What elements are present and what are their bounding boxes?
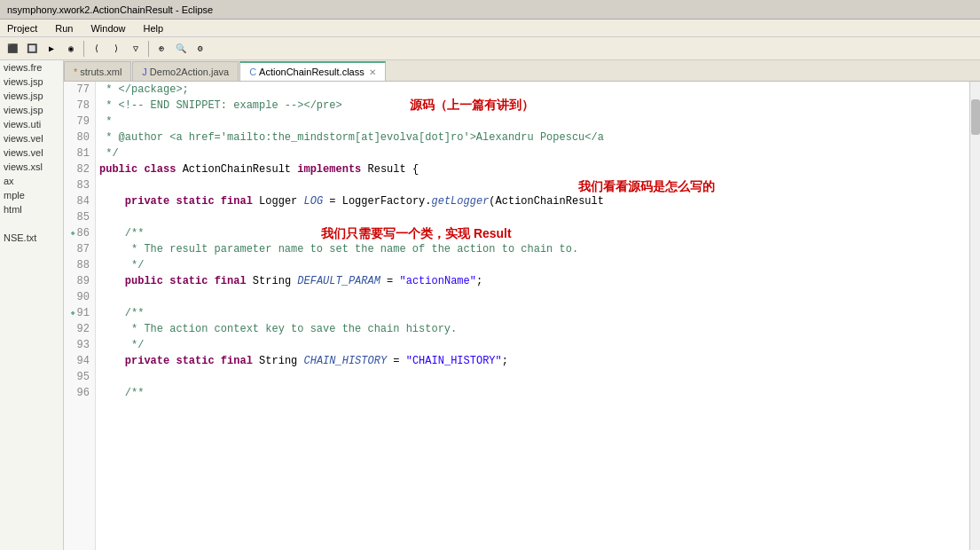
code-line-94: private static final String CHAIN_HISTOR… — [99, 353, 969, 369]
code-line-89: public static final String DEFAULT_PARAM… — [99, 273, 969, 289]
editor-area: * struts.xml J Demo2Action.java C Action… — [64, 60, 980, 550]
line-numbers: 77 78 79 80 81 82 83 84 85 86 87 88 89 9… — [64, 82, 96, 550]
main-layout: views.fre views.jsp views.jsp views.jsp … — [0, 60, 980, 550]
code-line-92: * The action context key to save the cha… — [99, 321, 969, 337]
line-num-92: 92 — [64, 321, 95, 337]
sidebar-item-html[interactable]: html — [0, 202, 63, 216]
tab-bar: * struts.xml J Demo2Action.java C Action… — [64, 60, 980, 82]
menu-bar: Project Run Window Help — [0, 20, 980, 37]
sidebar-item-nse-txt[interactable]: NSE.txt — [0, 231, 63, 245]
sidebar-item-ax[interactable]: ax — [0, 174, 63, 188]
line-num-78: 78 — [64, 98, 95, 114]
line-num-86: 86 — [64, 225, 95, 241]
code-line-78: * <!-- END SNIPPET: example --></pre> — [99, 98, 969, 114]
toolbar-btn-6[interactable]: ⟩ — [107, 40, 125, 58]
code-line-83 — [99, 177, 969, 193]
line-num-81: 81 — [64, 145, 95, 161]
tab-struts-xml[interactable]: * struts.xml — [64, 61, 131, 81]
code-line-91: /** — [99, 305, 969, 321]
line-num-93: 93 — [64, 337, 95, 353]
window-title: nsymphony.xwork2.ActionChainResult - Ecl… — [7, 4, 213, 15]
line-num-94: 94 — [64, 353, 95, 369]
toolbar-btn-7[interactable]: ▽ — [127, 40, 145, 58]
sidebar-item-views-fre[interactable]: views.fre — [0, 60, 63, 75]
code-line-88: */ — [99, 257, 969, 273]
sidebar-item-views-jsp-3[interactable]: views.jsp — [0, 103, 63, 117]
code-line-86: /** — [99, 225, 969, 241]
toolbar-separator-2 — [148, 41, 149, 57]
line-num-90: 90 — [64, 289, 95, 305]
scrollbar-right[interactable] — [969, 82, 980, 550]
tab-icon-actionchainresult: C — [249, 67, 256, 77]
code-line-85 — [99, 209, 969, 225]
line-num-89: 89 — [64, 273, 95, 289]
code-line-82: public class ActionChainResult implement… — [99, 161, 969, 177]
code-line-90 — [99, 289, 969, 305]
menu-window[interactable]: Window — [87, 21, 129, 35]
menu-run[interactable]: Run — [51, 21, 76, 35]
sidebar-item-mple[interactable]: mple — [0, 188, 63, 202]
line-num-79: 79 — [64, 114, 95, 130]
tab-icon-demo2action: J — [142, 67, 147, 77]
code-line-81: */ — [99, 145, 969, 161]
sidebar-item-views-vel-2[interactable]: views.vel — [0, 145, 63, 160]
tab-icon-struts: * — [74, 67, 77, 77]
tab-label-demo2action: Demo2Action.java — [150, 67, 229, 77]
code-line-95 — [99, 369, 969, 385]
toolbar-btn-4[interactable]: ◉ — [62, 40, 80, 58]
sidebar-item-views-uti[interactable]: views.uti — [0, 117, 63, 131]
sidebar-item-views-vel-1[interactable]: views.vel — [0, 131, 63, 145]
line-num-82: 82 — [64, 161, 95, 177]
line-num-96: 96 — [64, 385, 95, 401]
code-line-80: * @author <a href='mailto:the_mindstorm[… — [99, 130, 969, 145]
code-editor: 源码（上一篇有讲到） 我们看看源码是怎么写的 我们只需要写一个类，实现 Resu… — [64, 82, 980, 550]
toolbar-btn-3[interactable]: ▶ — [43, 40, 60, 58]
tab-demo2action[interactable]: J Demo2Action.java — [132, 61, 239, 81]
line-num-95: 95 — [64, 369, 95, 385]
toolbar: ⬛ 🔲 ▶ ◉ ⟨ ⟩ ▽ ⊕ 🔍 ⚙ — [0, 37, 980, 60]
code-line-93: */ — [99, 337, 969, 353]
line-num-87: 87 — [64, 241, 95, 257]
code-line-87: * The result parameter name to set the n… — [99, 241, 969, 257]
tab-label-struts: struts.xml — [80, 67, 122, 77]
line-num-77: 77 — [64, 82, 95, 98]
line-num-83: 83 — [64, 177, 95, 193]
tab-close-actionchainresult[interactable]: ✕ — [369, 67, 376, 77]
title-bar: nsymphony.xwork2.ActionChainResult - Ecl… — [0, 0, 980, 20]
line-num-84: 84 — [64, 193, 95, 209]
sidebar-item-views-jsp-2[interactable]: views.jsp — [0, 89, 63, 103]
tab-label-actionchainresult: ActionChainResult.class — [259, 67, 365, 77]
toolbar-btn-1[interactable]: ⬛ — [4, 40, 21, 58]
sidebar-item-views-xsl[interactable]: views.xsl — [0, 160, 63, 174]
line-num-91: 91 — [64, 305, 95, 321]
line-num-88: 88 — [64, 257, 95, 273]
line-num-85: 85 — [64, 209, 95, 225]
toolbar-btn-2[interactable]: 🔲 — [23, 40, 41, 58]
menu-project[interactable]: Project — [4, 21, 41, 35]
code-content[interactable]: * </package>; * <!-- END SNIPPET: exampl… — [96, 82, 969, 550]
toolbar-separator-1 — [83, 41, 84, 57]
code-line-77: * </package>; — [99, 82, 969, 98]
toolbar-btn-8[interactable]: ⊕ — [153, 40, 170, 58]
toolbar-btn-10[interactable]: ⚙ — [192, 40, 209, 58]
code-line-84: private static final Logger LOG = Logger… — [99, 193, 969, 209]
menu-help[interactable]: Help — [140, 21, 168, 35]
code-line-79: * — [99, 114, 969, 130]
toolbar-btn-9[interactable]: 🔍 — [172, 40, 190, 58]
tab-actionchainresult[interactable]: C ActionChainResult.class ✕ — [239, 61, 386, 81]
code-line-96: /** — [99, 385, 969, 401]
sidebar: views.fre views.jsp views.jsp views.jsp … — [0, 60, 64, 550]
sidebar-item-views-jsp-1[interactable]: views.jsp — [0, 75, 63, 89]
line-num-80: 80 — [64, 130, 95, 145]
toolbar-btn-5[interactable]: ⟨ — [88, 40, 106, 58]
sidebar-item-blank — [0, 216, 63, 231]
